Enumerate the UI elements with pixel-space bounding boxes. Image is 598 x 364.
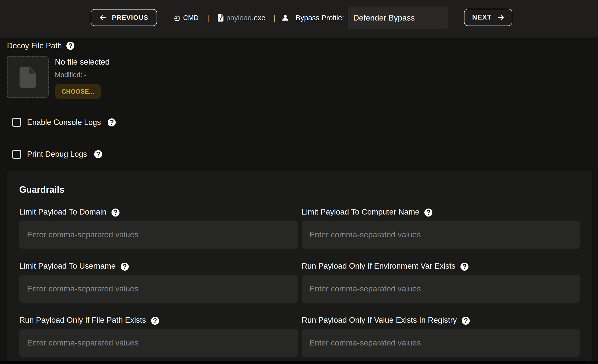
svg-text:?: ?: [219, 16, 222, 21]
